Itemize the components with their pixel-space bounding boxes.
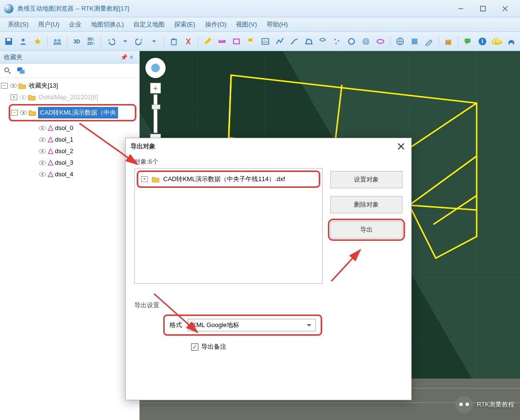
- compass-icon[interactable]: [145, 58, 166, 78]
- star-icon[interactable]: [31, 35, 44, 48]
- format-select[interactable]: KML Google地标: [188, 319, 316, 331]
- object-list-item[interactable]: + CAD转KML演示数据（中央子午线114）.dxf: [140, 174, 317, 184]
- menu-system[interactable]: 系统(S): [3, 18, 33, 31]
- curve-icon[interactable]: [287, 35, 301, 48]
- menubar: 系统(S) 用户(U) 企业 地图切换(L) 自定义地图 探索(E) 操作(O)…: [0, 17, 520, 32]
- svg-point-11: [263, 39, 265, 41]
- box-icon[interactable]: [408, 35, 421, 48]
- sidebar-title: 收藏夹: [4, 53, 23, 62]
- conflict-icon[interactable]: [182, 35, 195, 48]
- edit-icon[interactable]: [422, 35, 436, 48]
- export-remark-checkbox[interactable]: ✓: [191, 343, 198, 351]
- save-icon[interactable]: [2, 35, 15, 48]
- svg-point-17: [364, 40, 367, 43]
- export-dialog: 导出对象 对象:6个 + CAD转KML演示数据（中央子午线114）.dxf 设…: [125, 138, 412, 400]
- 3d2d-icon[interactable]: 3D↓ 2D↑: [84, 35, 98, 48]
- tree-child[interactable]: dsol_2: [1, 145, 138, 157]
- zoom-slider[interactable]: [154, 94, 157, 133]
- chat-icon[interactable]: [461, 35, 475, 48]
- sidebar-header: 收藏夹 📌 ✕: [0, 51, 139, 64]
- wechat-icon: [455, 396, 473, 413]
- picture-icon[interactable]: [259, 35, 272, 48]
- ruler-icon[interactable]: [215, 35, 229, 48]
- sidebar-toolbar: [0, 64, 139, 78]
- trash-icon[interactable]: [167, 35, 181, 48]
- maximize-button[interactable]: [472, 2, 494, 15]
- svg-point-38: [41, 139, 43, 141]
- dialog-title: 导出对象: [130, 142, 156, 151]
- format-value: KML Google地标: [192, 321, 239, 329]
- headset-icon[interactable]: [505, 35, 518, 48]
- format-label: 格式: [169, 321, 182, 329]
- menu-custommap[interactable]: 自定义地图: [129, 18, 169, 31]
- svg-rect-21: [465, 39, 470, 43]
- menu-view[interactable]: 视图(V): [231, 18, 261, 31]
- toolbar: 3D 3D↓ 2D↑ i VIP: [0, 32, 520, 51]
- titlebar: 奥维互动地图浏览器 -- RTK测量教程[17]: [0, 0, 520, 17]
- castle-icon[interactable]: [442, 35, 455, 48]
- window-title: 奥维互动地图浏览器 -- RTK测量教程[17]: [17, 4, 450, 13]
- rectangle-icon[interactable]: [230, 35, 243, 48]
- pin-icon[interactable]: 📌: [120, 54, 128, 61]
- close-button[interactable]: [494, 2, 516, 15]
- circle-double-icon[interactable]: [359, 35, 373, 48]
- object-list[interactable]: + CAD转KML演示数据（中央子午线114）.dxf: [134, 168, 323, 284]
- svg-point-12: [335, 39, 336, 40]
- map-nav-control[interactable]: + −: [145, 58, 166, 144]
- svg-point-3: [22, 39, 25, 41]
- pencil-icon[interactable]: [201, 35, 215, 48]
- points-icon[interactable]: [330, 35, 344, 48]
- svg-point-36: [41, 127, 43, 129]
- tree-child[interactable]: dsol_3: [1, 157, 138, 169]
- menu-user[interactable]: 用户(U): [33, 18, 64, 31]
- polygon-icon[interactable]: [302, 35, 315, 48]
- menu-enterprise[interactable]: 企业: [64, 18, 86, 31]
- group-icon[interactable]: [51, 35, 64, 48]
- svg-point-14: [336, 42, 337, 44]
- menu-explore[interactable]: 探索(E): [169, 18, 200, 31]
- tree-node-ovitalmap[interactable]: + OvitalMap_202201[6]: [1, 92, 138, 103]
- tree-node-cadkml[interactable]: − CAD转KML演示数据（中央: [9, 104, 136, 121]
- object-item-label: CAD转KML演示数据（中央子午线114）.dxf: [163, 175, 285, 184]
- globe-icon[interactable]: [393, 35, 407, 48]
- undo-dropdown-icon[interactable]: [118, 35, 132, 48]
- circle-o-icon[interactable]: [345, 35, 358, 48]
- minimize-button[interactable]: [450, 2, 472, 15]
- svg-text:VIP: VIP: [492, 37, 502, 44]
- menu-help[interactable]: 帮助(H): [262, 18, 293, 31]
- menu-mapswitch[interactable]: 地图切换(L): [86, 18, 129, 31]
- svg-point-32: [22, 96, 24, 98]
- svg-point-16: [363, 39, 369, 44]
- undo-icon[interactable]: [104, 35, 117, 48]
- tree-root-label: 收藏夹[13]: [28, 80, 59, 91]
- stack-icon[interactable]: [16, 66, 26, 76]
- delete-object-button[interactable]: 删除对象: [330, 196, 403, 213]
- tree-child[interactable]: dsol_0: [1, 122, 138, 134]
- export-remark-label: 导出备注: [201, 342, 226, 351]
- export-button[interactable]: 导出: [330, 221, 403, 238]
- favorites-tree[interactable]: − 收藏夹[13] + OvitalMap_202201[6] − CAD转KM…: [0, 78, 139, 182]
- dialog-close-button[interactable]: [396, 141, 406, 152]
- info-icon[interactable]: i: [476, 35, 489, 48]
- svg-point-15: [349, 39, 354, 44]
- redo-dropdown-icon[interactable]: [147, 35, 161, 48]
- vip-icon[interactable]: VIP: [490, 35, 504, 48]
- menu-operate[interactable]: 操作(O): [200, 18, 232, 31]
- flag-icon[interactable]: [244, 35, 258, 48]
- svg-point-44: [41, 173, 43, 175]
- tree-child[interactable]: dsol_4: [1, 169, 138, 180]
- redo-icon[interactable]: [133, 35, 146, 48]
- sector-icon[interactable]: [316, 35, 330, 48]
- tree-root[interactable]: − 收藏夹[13]: [1, 80, 138, 92]
- search-icon[interactable]: [3, 66, 13, 76]
- ellipse-icon[interactable]: [374, 35, 387, 48]
- user-icon[interactable]: [16, 35, 30, 48]
- svg-point-5: [58, 39, 61, 42]
- tree-child[interactable]: dsol_1: [1, 134, 138, 145]
- set-object-button[interactable]: 设置对象: [330, 171, 403, 188]
- 3d-icon[interactable]: 3D: [70, 35, 84, 48]
- tree-node-sel-label: CAD转KML演示数据（中央: [38, 107, 118, 118]
- zoom-in-button[interactable]: +: [150, 83, 161, 93]
- sidebar-close-icon[interactable]: ✕: [128, 54, 135, 61]
- polyline-icon[interactable]: [273, 35, 286, 48]
